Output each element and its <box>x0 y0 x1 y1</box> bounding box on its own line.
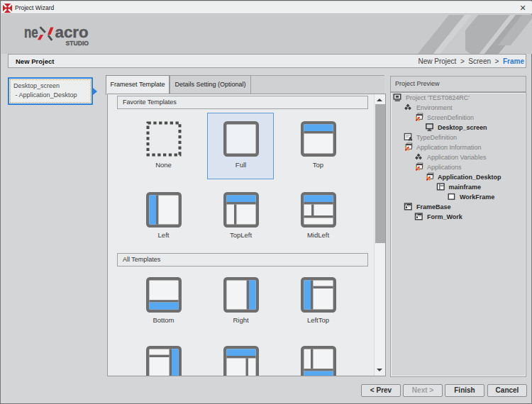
svg-text:ne: ne <box>24 26 38 41</box>
svg-text:STUDIO: STUDIO <box>66 40 89 47</box>
